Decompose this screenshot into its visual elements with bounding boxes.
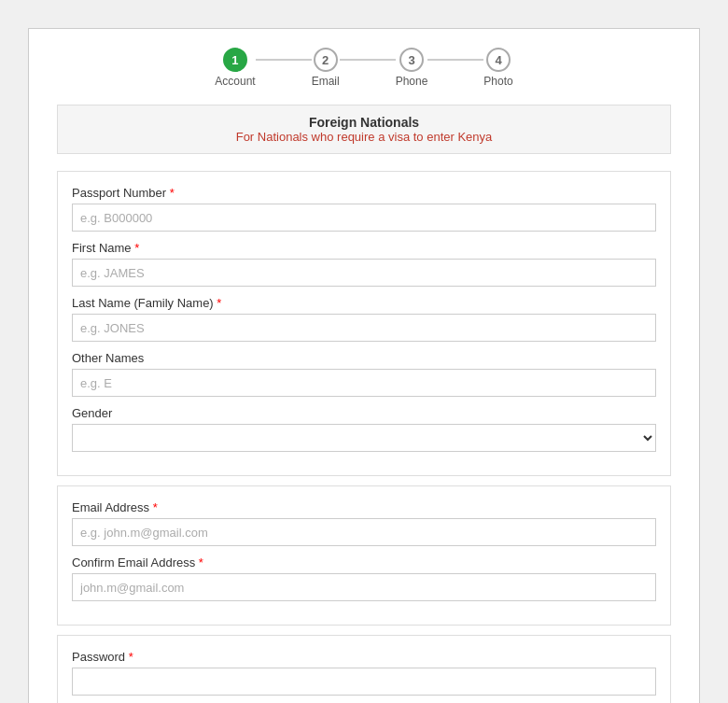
email-group: Email Address *: [72, 500, 656, 546]
step-label-photo: Photo: [483, 75, 512, 88]
confirm-email-required: *: [199, 555, 203, 569]
confirm-email-input[interactable]: [72, 573, 656, 601]
password-input[interactable]: [72, 668, 656, 696]
email-input[interactable]: [72, 518, 656, 546]
step-line-1: [256, 59, 312, 61]
confirm-email-group: Confirm Email Address *: [72, 555, 656, 601]
step-label-email: Email: [312, 75, 340, 88]
gender-label: Gender: [72, 406, 656, 420]
step-line-3: [427, 59, 483, 61]
step-circle-1: 1: [223, 48, 247, 72]
password-group: Password *: [72, 650, 656, 696]
step-circle-2: 2: [314, 48, 338, 72]
step-phone: 3 Phone: [396, 48, 428, 88]
firstname-input[interactable]: [72, 259, 656, 287]
step-account: 1 Account: [215, 48, 255, 88]
password-required: *: [129, 650, 133, 664]
firstname-group: First Name *: [72, 241, 656, 287]
step-line-2: [340, 59, 396, 61]
othernames-label: Other Names: [72, 351, 656, 365]
othernames-group: Other Names: [72, 351, 656, 397]
step-photo: 4 Photo: [483, 48, 512, 88]
lastname-input[interactable]: [72, 314, 656, 342]
banner-subtitle: For Nationals who require a visa to ente…: [67, 130, 661, 144]
password-label: Password *: [72, 650, 656, 664]
lastname-group: Last Name (Family Name) *: [72, 296, 656, 342]
passport-input[interactable]: [72, 204, 656, 232]
email-section: Email Address * Confirm Email Address *: [57, 485, 671, 626]
lastname-label: Last Name (Family Name) *: [72, 296, 656, 310]
steps-progress: 1 Account 2 Email 3 Phone 4 Photo: [57, 48, 671, 88]
step-label-phone: Phone: [396, 75, 428, 88]
step-label-account: Account: [215, 75, 255, 88]
banner-title: Foreign Nationals: [67, 115, 661, 130]
banner: Foreign Nationals For Nationals who requ…: [57, 105, 671, 154]
password-section: Password * Confirm Password * Nationalit…: [57, 635, 671, 703]
passport-label: Passport Number *: [72, 186, 656, 200]
email-label: Email Address *: [72, 500, 656, 514]
othernames-input[interactable]: [72, 369, 656, 397]
step-circle-3: 3: [399, 48, 424, 72]
lastname-required: *: [217, 296, 221, 310]
confirm-email-label: Confirm Email Address *: [72, 555, 656, 569]
passport-required: *: [170, 186, 175, 200]
email-required: *: [153, 500, 158, 514]
step-circle-4: 4: [486, 48, 511, 72]
gender-group: Gender Male Female Other: [72, 406, 656, 452]
personal-info-section: Passport Number * First Name * Last Name…: [57, 171, 671, 476]
passport-group: Passport Number *: [72, 186, 656, 232]
firstname-label: First Name *: [72, 241, 656, 255]
step-email: 2 Email: [312, 48, 340, 88]
firstname-required: *: [134, 241, 139, 255]
gender-select[interactable]: Male Female Other: [72, 424, 656, 452]
